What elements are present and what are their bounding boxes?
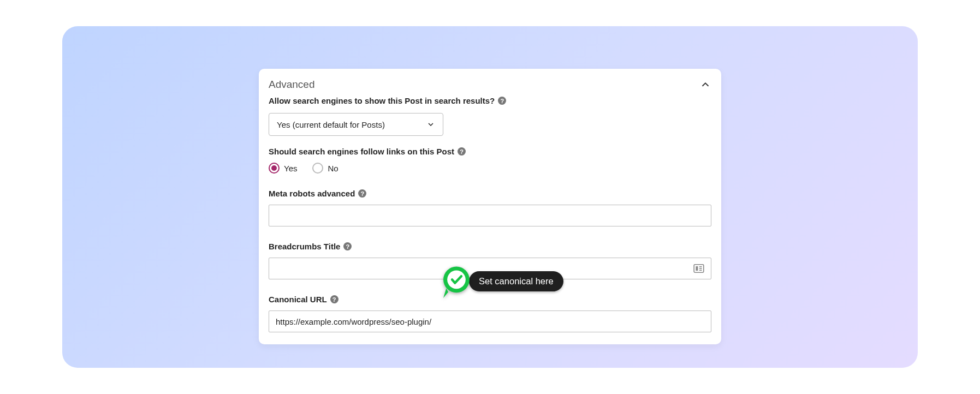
follow-links-label: Should search engines follow links on th…	[269, 147, 454, 156]
breadcrumbs-input[interactable]	[276, 258, 693, 279]
insert-variable-icon[interactable]	[693, 264, 704, 273]
allow-search-select[interactable]: Yes (current default for Posts)	[269, 113, 443, 136]
follow-links-yes-label: Yes	[284, 164, 297, 173]
chevron-up-icon[interactable]	[699, 79, 711, 91]
canonical-label: Canonical URL	[269, 295, 327, 304]
chevron-down-icon	[426, 120, 435, 129]
allow-search-label: Allow search engines to show this Post i…	[269, 96, 495, 105]
radio-icon	[269, 163, 280, 174]
advanced-panel: Advanced Allow search engines to show th…	[259, 69, 721, 344]
panel-header: Advanced	[269, 79, 711, 91]
breadcrumbs-input-wrap	[269, 258, 711, 279]
meta-robots-label-row: Meta robots advanced ?	[269, 189, 711, 198]
follow-links-no-label: No	[328, 164, 338, 173]
breadcrumbs-label: Breadcrumbs Title	[269, 242, 340, 251]
meta-robots-label: Meta robots advanced	[269, 189, 355, 198]
follow-links-radio-group: Yes No	[269, 163, 711, 174]
help-icon[interactable]: ?	[330, 295, 338, 303]
background-frame: Advanced Allow search engines to show th…	[62, 26, 918, 368]
canonical-input[interactable]	[276, 311, 704, 332]
help-icon[interactable]: ?	[458, 147, 466, 156]
allow-search-selected: Yes (current default for Posts)	[277, 120, 385, 129]
follow-links-label-row: Should search engines follow links on th…	[269, 147, 711, 156]
meta-robots-input[interactable]	[276, 205, 704, 226]
panel-title: Advanced	[269, 79, 315, 91]
meta-robots-input-wrap	[269, 205, 711, 226]
help-icon[interactable]: ?	[498, 97, 506, 105]
breadcrumbs-label-row: Breadcrumbs Title ?	[269, 242, 711, 251]
svg-rect-1	[696, 266, 698, 271]
canonical-label-row: Canonical URL ?	[269, 295, 711, 304]
help-icon[interactable]: ?	[358, 189, 366, 198]
canonical-input-wrap	[269, 311, 711, 332]
radio-icon	[312, 163, 323, 174]
allow-search-label-row: Allow search engines to show this Post i…	[269, 96, 711, 105]
follow-links-no[interactable]: No	[312, 163, 338, 174]
help-icon[interactable]: ?	[343, 242, 352, 250]
svg-rect-0	[694, 265, 704, 272]
follow-links-yes[interactable]: Yes	[269, 163, 297, 174]
